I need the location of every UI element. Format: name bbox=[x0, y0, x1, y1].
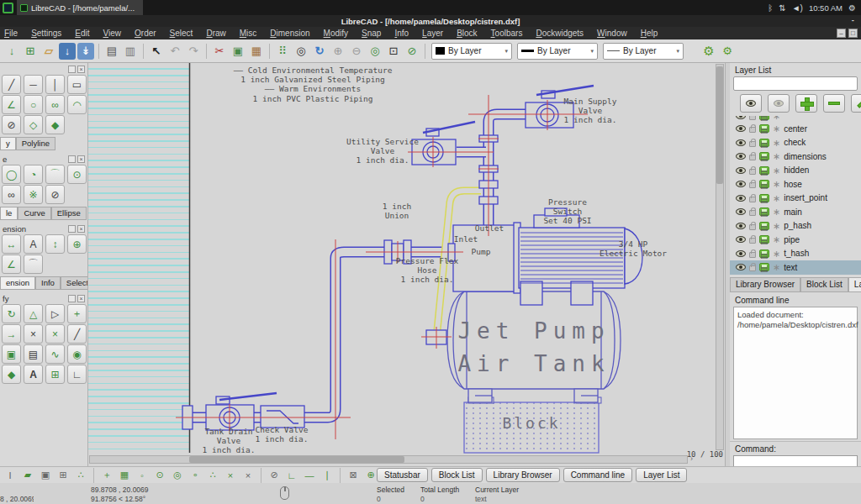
lock-icon[interactable] bbox=[749, 265, 756, 271]
h-scroll-thumb[interactable] bbox=[189, 456, 404, 463]
dim-linear-tool-icon[interactable] bbox=[24, 234, 43, 254]
construction-icon[interactable] bbox=[773, 180, 780, 188]
gear-icon[interactable] bbox=[700, 43, 717, 60]
layer-row[interactable]: p_hash bbox=[730, 219, 861, 234]
save-icon[interactable] bbox=[59, 43, 76, 60]
fillet-tool-icon[interactable] bbox=[45, 344, 65, 364]
layer-row[interactable]: check bbox=[730, 136, 861, 150]
line-angle-tool-icon[interactable] bbox=[2, 95, 21, 114]
layer-row[interactable]: hidden bbox=[730, 164, 861, 178]
eye-icon[interactable] bbox=[736, 223, 746, 229]
lock-icon[interactable] bbox=[749, 116, 756, 120]
dim-leader-tool-icon[interactable] bbox=[24, 255, 43, 274]
volume-icon[interactable]: ◄) bbox=[792, 3, 803, 13]
paste-icon[interactable] bbox=[248, 43, 265, 60]
circle-inscribed-tool-icon[interactable] bbox=[45, 185, 65, 204]
remove-layer-button[interactable] bbox=[823, 94, 845, 113]
move-tool-icon[interactable] bbox=[67, 304, 87, 323]
edit-layer-button[interactable] bbox=[851, 94, 861, 113]
print-icon[interactable] bbox=[759, 180, 769, 188]
lock-relative-zero-icon[interactable]: ⊠ bbox=[346, 469, 361, 482]
pen-color-combo[interactable]: By Layer ▾ bbox=[431, 43, 512, 60]
bevel-tool-icon[interactable] bbox=[24, 344, 43, 364]
trim-two-tool-icon[interactable] bbox=[45, 324, 65, 344]
lengthen-tool-icon[interactable] bbox=[67, 324, 87, 344]
network-icon[interactable]: ⇅ bbox=[779, 3, 785, 13]
lock-icon[interactable] bbox=[749, 210, 756, 216]
block-list-toggle-button[interactable]: Block List bbox=[431, 468, 483, 482]
save-as-icon[interactable] bbox=[77, 43, 94, 60]
pan-icon[interactable]: ⊞ bbox=[55, 469, 71, 482]
menu-settings[interactable]: Settings bbox=[24, 29, 68, 38]
new-template-icon[interactable] bbox=[22, 43, 39, 60]
line-tangent2-tool-icon[interactable] bbox=[45, 95, 65, 114]
snap-distance-icon[interactable]: ∴ bbox=[205, 469, 220, 482]
snap-off-icon[interactable]: × bbox=[240, 469, 256, 482]
menu-block[interactable]: Block bbox=[450, 29, 483, 38]
print-icon[interactable] bbox=[103, 43, 120, 60]
restrict-nothing-icon[interactable]: ⊘ bbox=[267, 469, 282, 482]
dock-close-icon[interactable]: × bbox=[77, 225, 85, 233]
dock-tab-polyline[interactable]: Polyline bbox=[16, 137, 55, 150]
layer-row[interactable]: pipe bbox=[730, 233, 861, 247]
dim-angular-tool-icon[interactable] bbox=[2, 255, 21, 274]
menu-view[interactable]: View bbox=[97, 29, 129, 38]
app-logo-icon[interactable] bbox=[3, 3, 13, 13]
restrict-orthogonal-icon[interactable]: ∟ bbox=[284, 469, 299, 482]
eye-icon[interactable] bbox=[736, 125, 746, 132]
zoom-out-icon[interactable] bbox=[348, 43, 365, 60]
new-file-icon[interactable] bbox=[3, 43, 20, 60]
layer-list-toggle-button[interactable]: Layer List bbox=[636, 468, 687, 482]
dim-aligned-tool-icon[interactable] bbox=[2, 234, 21, 254]
dock-tab-info[interactable]: Info bbox=[35, 276, 61, 290]
arc-tangent-tool-icon[interactable] bbox=[45, 165, 65, 184]
eye-icon[interactable] bbox=[736, 167, 746, 174]
print-icon[interactable] bbox=[759, 207, 769, 216]
dock-close-icon[interactable]: × bbox=[77, 295, 85, 302]
dock-float-icon[interactable] bbox=[68, 295, 76, 302]
command-log[interactable]: Loaded document: /home/pamela/Desktop/ci… bbox=[733, 307, 858, 439]
explode-tool-icon[interactable] bbox=[45, 365, 65, 384]
drawing-canvas[interactable]: —— Cold Environmental Temperature 1 inch… bbox=[88, 63, 725, 466]
construction-icon[interactable] bbox=[773, 116, 780, 120]
menu-window[interactable]: Window bbox=[590, 29, 634, 38]
layer-row[interactable] bbox=[730, 116, 861, 122]
trim-tool-icon[interactable] bbox=[24, 324, 43, 344]
mirror2-tool-icon[interactable] bbox=[45, 304, 65, 323]
copy-icon[interactable] bbox=[230, 43, 246, 60]
command-line-toggle-button[interactable]: Command line bbox=[563, 468, 632, 482]
menu-toolbars[interactable]: Toolbars bbox=[484, 29, 530, 38]
select-pointer-icon[interactable] bbox=[148, 43, 165, 60]
construction-icon[interactable] bbox=[773, 194, 780, 202]
menu-info[interactable]: Info bbox=[388, 29, 415, 38]
construction-icon[interactable] bbox=[773, 124, 780, 133]
line-horizontal-tool-icon[interactable] bbox=[24, 75, 43, 94]
construction-icon[interactable] bbox=[773, 166, 780, 175]
scale-tool-icon[interactable] bbox=[2, 324, 21, 344]
layer-row[interactable]: hose bbox=[730, 177, 861, 192]
add-layer-button[interactable] bbox=[795, 94, 817, 113]
snapshot-icon[interactable]: ▣ bbox=[38, 469, 53, 482]
menu-draw[interactable]: Draw bbox=[199, 29, 232, 38]
rectangle-tool-icon[interactable] bbox=[67, 75, 87, 94]
print-icon[interactable] bbox=[759, 249, 769, 258]
snap-free-icon[interactable]: ＋ bbox=[99, 469, 114, 482]
construction-icon[interactable] bbox=[773, 249, 780, 258]
deselect-icon[interactable]: I bbox=[3, 469, 18, 482]
taskbar-app-tab[interactable]: LibreCAD - [/home/pamela/... bbox=[17, 0, 143, 15]
layer-row[interactable]: center bbox=[730, 122, 861, 136]
v-scroll-thumb[interactable] bbox=[716, 66, 723, 184]
open-icon[interactable] bbox=[40, 43, 57, 60]
construction-icon[interactable] bbox=[773, 139, 780, 147]
eye-icon[interactable] bbox=[736, 139, 746, 146]
line-orthogonal-tool-icon[interactable] bbox=[67, 95, 87, 114]
offset-tool-icon[interactable] bbox=[2, 344, 21, 364]
vertical-scrollbar[interactable] bbox=[716, 64, 724, 450]
dock-tab-line[interactable]: y bbox=[0, 137, 16, 150]
line-vertical-tool-icon[interactable] bbox=[45, 75, 65, 94]
mirror-tool-icon[interactable] bbox=[24, 304, 43, 323]
lock-icon[interactable] bbox=[749, 182, 756, 188]
rotate-tool-icon[interactable] bbox=[2, 304, 21, 323]
eye-icon[interactable] bbox=[736, 181, 746, 187]
menu-help[interactable]: Help bbox=[634, 29, 665, 38]
